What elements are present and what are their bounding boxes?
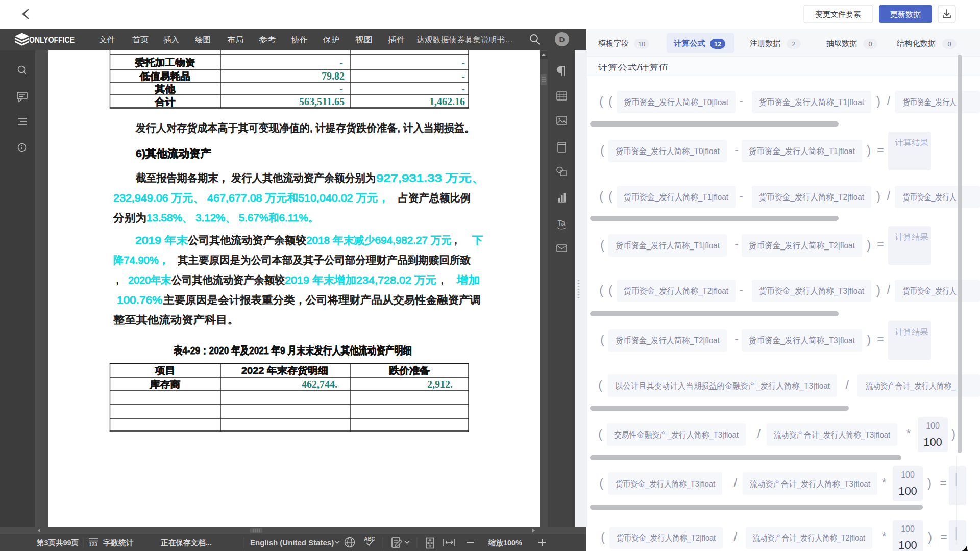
svg-text:货币资金_发行人: 货币资金_发行人 [903, 286, 957, 296]
svg-text:462,744.: 462,744. [302, 379, 337, 390]
svg-text:ONLYOFFICE: ONLYOFFICE [29, 36, 75, 44]
svg-text:=: = [877, 143, 884, 157]
svg-text:货币资金_发行人简称_T0|float: 货币资金_发行人简称_T0|float [616, 146, 720, 156]
svg-text:其主要原因是为公司本部及其子公司部分理财产品到期赎回所致: 其主要原因是为公司本部及其子公司部分理财产品到期赎回所致 [178, 254, 471, 266]
svg-text:计算公式/计算值: 计算公式/计算值 [598, 63, 669, 71]
svg-text:库存商: 库存商 [149, 379, 180, 390]
svg-text:): ) [867, 238, 871, 252]
svg-text:整至其他流动资产科目。: 整至其他流动资产科目。 [113, 314, 239, 325]
svg-text:计算公式: 计算公式 [673, 39, 705, 47]
svg-text:，: ， [438, 274, 446, 286]
svg-text:货币资金_发行人简称_T2|float: 货币资金_发行人简称_T2|float [617, 533, 716, 543]
svg-text:分别为: 分别为 [113, 212, 146, 223]
svg-text:(: ( [599, 477, 603, 490]
svg-text:): ) [928, 531, 932, 544]
svg-text:100: 100 [901, 524, 915, 533]
svg-text:6)其他流动资产: 6)其他流动资产 [136, 147, 211, 160]
svg-text:视图: 视图 [355, 35, 373, 44]
svg-text:10: 10 [638, 40, 645, 48]
svg-text:/: / [887, 283, 891, 296]
svg-text:(: ( [599, 95, 603, 108]
svg-text:0: 0 [947, 40, 951, 48]
svg-text:(: ( [600, 144, 604, 157]
svg-text:主要原因是会计报表重分类，公司将理财产品从交易性金融资产调: 主要原因是会计报表重分类，公司将理财产品从交易性金融资产调 [163, 294, 481, 306]
svg-text:): ) [867, 333, 871, 346]
svg-text:(: ( [600, 238, 604, 252]
svg-text:=: = [940, 476, 946, 489]
svg-text:货币资金_发行人简称_T2|float: 货币资金_发行人简称_T2|float [759, 192, 864, 202]
svg-text:): ) [876, 190, 880, 203]
svg-text:流动资产合计_发行人简称_T3|float: 流动资产合计_发行人简称_T3|float [774, 430, 890, 440]
svg-text:，: ， [113, 274, 121, 286]
svg-text:100: 100 [926, 421, 940, 430]
svg-text:增加: 增加 [456, 274, 480, 286]
svg-text:/: / [887, 94, 891, 108]
svg-text:100.76%: 100.76% [117, 294, 162, 306]
svg-text:降74.90%，: 降74.90%， [113, 254, 169, 266]
svg-text:公司其他流动资产余额较: 公司其他流动资产余额较 [172, 274, 285, 286]
svg-text:): ) [951, 428, 955, 441]
svg-text:占资产总额比例: 占资产总额比例 [398, 192, 471, 204]
svg-text:货币资金_发行人简称_T0|float: 货币资金_发行人简称_T0|float [624, 97, 728, 107]
svg-text:货币资金_发行人简称_T3|float: 货币资金_发行人简称_T3|float [749, 336, 855, 345]
svg-text:，: ， [452, 234, 460, 246]
svg-text:123: 123 [89, 542, 97, 547]
svg-text:1,462.16: 1,462.16 [429, 96, 465, 107]
svg-text:缩放100%: 缩放100% [488, 538, 522, 547]
svg-text:79.82: 79.82 [322, 70, 345, 82]
svg-text:12: 12 [714, 40, 721, 48]
svg-text:-: - [339, 57, 343, 68]
svg-text:-: - [739, 283, 743, 296]
svg-text:(: ( [600, 333, 604, 346]
svg-text:货币资金_发行人简称_T3|float: 货币资金_发行人简称_T3|float [616, 479, 715, 489]
svg-text:100: 100 [898, 485, 917, 497]
svg-text:货币资金_发行人: 货币资金_发行人 [903, 192, 957, 202]
svg-text:截至报告期各期末， 发行人其他流动资产余额分别为: 截至报告期各期末， 发行人其他流动资产余额分别为 [136, 172, 376, 184]
svg-text:-: - [461, 57, 465, 68]
svg-text:232,949.06 万元、 467,677.08 万元和5: 232,949.06 万元、 467,677.08 万元和510,040.02 … [113, 192, 389, 204]
svg-text:2: 2 [792, 40, 795, 48]
svg-text:文件: 文件 [99, 35, 115, 44]
svg-text:插件: 插件 [388, 35, 405, 44]
svg-text:2019 年末: 2019 年末 [135, 234, 188, 246]
svg-text:第3页共99页: 第3页共99页 [36, 538, 79, 547]
svg-text:2022 年末存货明细: 2022 年末存货明细 [241, 365, 328, 376]
svg-text:=: = [940, 530, 947, 543]
svg-text:交易性金融资产_发行人简称_T3|float: 交易性金融资产_发行人简称_T3|float [614, 430, 739, 440]
svg-text:货币资金_发行人简称_T2|float: 货币资金_发行人简称_T2|float [616, 336, 720, 345]
svg-text:English (United States): English (United States) [250, 538, 334, 547]
svg-text:(: ( [598, 428, 602, 441]
svg-text:(: ( [599, 284, 603, 297]
svg-text:(: ( [599, 190, 603, 203]
svg-text:2018 年末减少694,982.27 万元: 2018 年末减少694,982.27 万元 [306, 234, 452, 246]
svg-text:-: - [734, 143, 739, 156]
svg-text:低值易耗品: 低值易耗品 [139, 71, 190, 82]
svg-text:货币资金_发行人简称_T1|float: 货币资金_发行人简称_T1|float [759, 97, 864, 107]
svg-text:参考: 参考 [259, 35, 276, 44]
svg-text:-: - [739, 189, 743, 202]
svg-text:*: * [882, 476, 887, 489]
svg-text:=: = [877, 333, 884, 346]
svg-text:*: * [906, 427, 911, 440]
svg-text:计算结果: 计算结果 [895, 138, 928, 147]
svg-text:(: ( [598, 379, 602, 392]
svg-text:注册数据: 注册数据 [750, 39, 780, 47]
svg-text:): ) [876, 95, 880, 108]
svg-text:项目: 项目 [154, 365, 175, 376]
svg-text:货币资金_发行人简称_T1|float: 货币资金_发行人简称_T1|float [624, 192, 728, 202]
svg-text:结构化数据: 结构化数据 [897, 39, 936, 47]
svg-text:协作: 协作 [291, 35, 308, 44]
svg-text:/: / [846, 378, 849, 391]
svg-text:插入: 插入 [163, 35, 179, 44]
svg-text:-: - [461, 70, 465, 82]
svg-text:货币资金_发行人简称_T2|float: 货币资金_发行人简称_T2|float [749, 241, 855, 251]
svg-text:变更文件要素: 变更文件要素 [815, 10, 861, 18]
svg-text:D: D [559, 35, 565, 44]
svg-text:流动资产合计_发行人简称_: 流动资产合计_发行人简称_ [866, 381, 955, 391]
svg-text:100: 100 [898, 539, 917, 551]
svg-text:委托加工物资: 委托加工物资 [134, 57, 195, 68]
svg-text:计算结果: 计算结果 [895, 328, 928, 336]
svg-text:其他: 其他 [154, 84, 176, 94]
svg-text:跌价准备: 跌价准备 [389, 365, 430, 376]
svg-text:): ) [867, 144, 871, 157]
